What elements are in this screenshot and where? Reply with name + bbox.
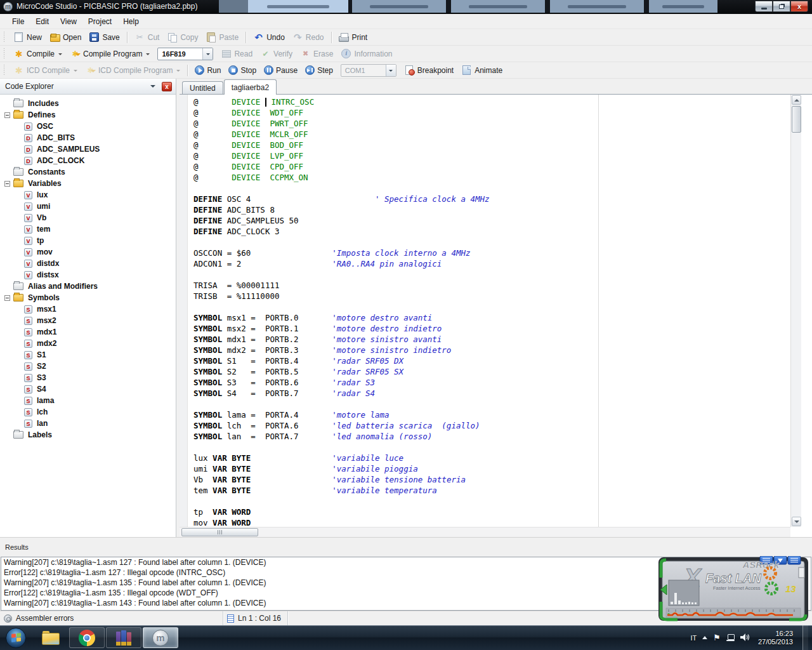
device-select[interactable]: 16F819: [157, 48, 213, 60]
tree-item-tem[interactable]: Vtem: [0, 223, 176, 235]
tree-folder-symbols[interactable]: Symbols: [0, 292, 176, 303]
toolbar-grip[interactable]: [3, 48, 6, 59]
toolbar-grip[interactable]: [3, 65, 6, 76]
verify-button[interactable]: Verify: [256, 48, 296, 60]
toolbar-grip[interactable]: [3, 32, 6, 43]
erase-button[interactable]: Erase: [296, 48, 337, 60]
s-badge-icon: S: [24, 397, 32, 405]
pause-button[interactable]: Pause: [260, 64, 301, 76]
tree-item-lan[interactable]: Slan: [0, 418, 176, 429]
vertical-scrollbar[interactable]: [790, 95, 801, 527]
action-center-flag-icon[interactable]: ⚑: [713, 633, 721, 642]
language-indicator[interactable]: IT: [691, 634, 697, 642]
tree-item-s2[interactable]: SS2: [0, 361, 176, 372]
title-bar[interactable]: m MicroCode Studio - PICBASIC PRO (tagli…: [0, 0, 812, 14]
step-button[interactable]: Step: [301, 64, 337, 76]
read-button[interactable]: Read: [217, 48, 256, 60]
tab-untitled[interactable]: Untitled: [182, 81, 223, 94]
new-button[interactable]: New: [10, 31, 46, 44]
tree-item-tp[interactable]: Vtp: [0, 235, 176, 246]
tree-item-s3[interactable]: SS3: [0, 372, 176, 383]
close-button[interactable]: x: [790, 1, 808, 12]
breakpoint-button[interactable]: Breakpoint: [400, 64, 457, 77]
speaker-icon[interactable]: [740, 633, 750, 642]
undo-button[interactable]: Undo: [249, 31, 289, 44]
open-button[interactable]: Open: [46, 31, 85, 44]
tree-item-adc-clock[interactable]: DADC_CLOCK: [0, 155, 176, 166]
information-button[interactable]: Information: [337, 48, 396, 60]
compile-button[interactable]: Compile: [10, 48, 66, 60]
taskbar-explorer-button[interactable]: [32, 627, 68, 648]
tree-item-osc[interactable]: DOSC: [0, 121, 176, 132]
collapse-icon[interactable]: [4, 295, 10, 301]
menu-help[interactable]: Help: [117, 15, 145, 28]
tree-item-lama[interactable]: Slama: [0, 395, 176, 406]
explorer-dropdown-button[interactable]: [148, 81, 158, 91]
tree-item-mdx1[interactable]: Smdx1: [0, 326, 176, 338]
icd-compile-program-button[interactable]: ICD Compile Program: [81, 64, 184, 77]
print-button[interactable]: Print: [335, 31, 372, 44]
combo-dropdown-button[interactable]: [386, 65, 396, 76]
run-button[interactable]: Run: [191, 64, 225, 76]
tree-item-lch[interactable]: Slch: [0, 406, 176, 418]
tree-folder-constants[interactable]: Constants: [0, 166, 176, 178]
tree-item-adc-bits[interactable]: DADC_BITS: [0, 132, 176, 143]
menu-file[interactable]: File: [6, 15, 30, 28]
collapse-icon[interactable]: [4, 181, 10, 187]
tree-item-distsx[interactable]: Vdistsx: [0, 269, 176, 281]
vertical-scrollbar-thumb[interactable]: [792, 106, 801, 133]
taskbar-microcode-button[interactable]: m: [143, 627, 178, 648]
tree-item-s4[interactable]: SS4: [0, 383, 176, 395]
compile-program-button[interactable]: Compile Program: [66, 48, 154, 60]
tab-tagliaerba2[interactable]: tagliaerba2: [224, 79, 277, 95]
tree-item-mdx2[interactable]: Smdx2: [0, 338, 176, 349]
show-hidden-icons-button[interactable]: [702, 633, 707, 639]
paste-button[interactable]: Paste: [202, 31, 242, 44]
redo-button[interactable]: Redo: [289, 31, 328, 44]
cut-button[interactable]: Cut: [131, 31, 164, 44]
com-port-select[interactable]: COM1: [341, 64, 396, 77]
explorer-close-button[interactable]: x: [162, 82, 172, 91]
scroll-down-arrow[interactable]: [792, 517, 801, 526]
copy-button[interactable]: Copy: [163, 31, 202, 44]
code-editor[interactable]: @ DEVICE INTRC_OSC@ DEVICE WDT_OFF@ DEVI…: [180, 95, 812, 537]
network-icon[interactable]: [726, 634, 735, 641]
scroll-up-arrow[interactable]: [792, 95, 801, 105]
gadget-scrollbar[interactable]: [799, 567, 804, 578]
tree-folder-defines[interactable]: Defines: [0, 109, 176, 121]
tree-item-mov[interactable]: Vmov: [0, 246, 176, 258]
restore-button[interactable]: [773, 1, 790, 12]
taskbar-winrar-button[interactable]: [106, 627, 141, 648]
tree-folder-variables[interactable]: Variables: [0, 178, 176, 189]
minimize-button[interactable]: [755, 1, 773, 12]
combo-dropdown-button[interactable]: [202, 48, 213, 60]
stop-button[interactable]: Stop: [225, 64, 260, 76]
tree-item-umi[interactable]: Vumi: [0, 201, 176, 212]
tree-item-vb[interactable]: VVb: [0, 212, 176, 223]
horizontal-scrollbar-thumb[interactable]: [181, 528, 258, 536]
tree-item-msx1[interactable]: Smsx1: [0, 303, 176, 315]
icd-compile-button[interactable]: ICD Compile: [10, 64, 81, 77]
tree-item-adc-sampleus[interactable]: DADC_SAMPLEUS: [0, 143, 176, 155]
tree-folder-includes[interactable]: Includes: [0, 98, 176, 109]
start-button[interactable]: [4, 627, 28, 649]
code-text[interactable]: @ DEVICE INTRC_OSC@ DEVICE WDT_OFF@ DEVI…: [193, 96, 490, 528]
tree-item-lux[interactable]: Vlux: [0, 189, 176, 201]
window-title: MicroCode Studio - PICBASIC PRO (tagliae…: [16, 2, 197, 11]
save-button[interactable]: Save: [85, 31, 123, 44]
taskbar-chrome-button[interactable]: [69, 627, 105, 648]
tree-item-distdx[interactable]: Vdistdx: [0, 258, 176, 269]
animate-button[interactable]: Animate: [457, 64, 506, 77]
xfast-lan-gadget[interactable]: ASRock X Fast LAN Faster Internet Access…: [658, 556, 809, 623]
horizontal-scrollbar[interactable]: [180, 527, 790, 537]
menu-project[interactable]: Project: [82, 15, 117, 28]
menu-view[interactable]: View: [55, 15, 82, 28]
taskbar-clock[interactable]: 16:23 27/05/2013: [758, 630, 793, 646]
tree-folder-labels[interactable]: Labels: [0, 429, 176, 441]
show-desktop-button[interactable]: [802, 625, 808, 650]
menu-edit[interactable]: Edit: [30, 15, 55, 28]
tree-folder-alias-and-modifiers[interactable]: Alias and Modifiers: [0, 281, 176, 292]
collapse-icon[interactable]: [4, 112, 10, 118]
tree-item-msx2[interactable]: Smsx2: [0, 315, 176, 326]
tree-item-s1[interactable]: SS1: [0, 349, 176, 361]
